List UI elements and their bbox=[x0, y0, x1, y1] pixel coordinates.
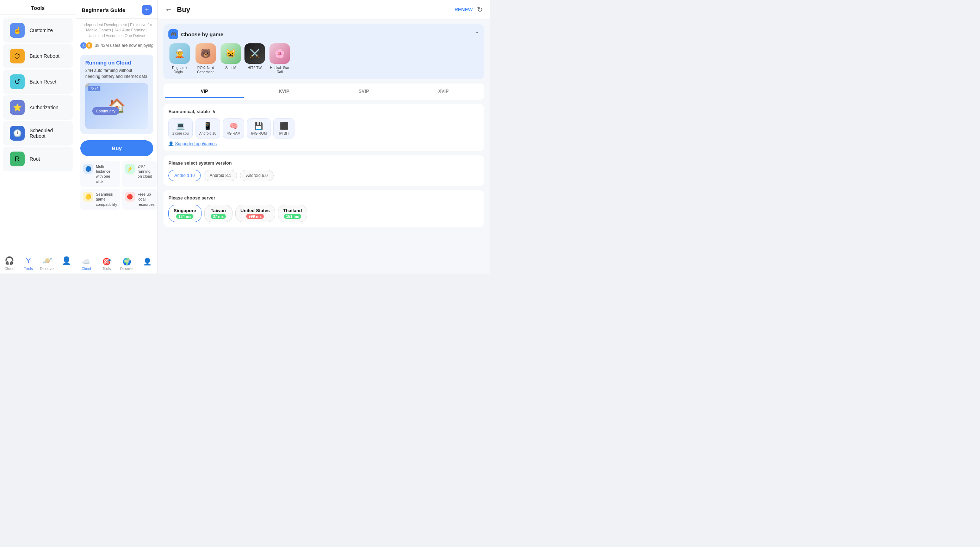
tools-panel: Tools ☝️ Customize ⏱ Batch Reboot ↺ Batc… bbox=[0, 0, 76, 273]
cloud-nav-label: Cloud bbox=[5, 266, 15, 271]
honkai-thumb: 🌸 bbox=[269, 43, 290, 64]
badge-7x24: 7X24 bbox=[88, 86, 100, 91]
buy-panel: ← Buy RENEW ↻ 🎮 Choose by game ⌃ 🧝 Ragna… bbox=[158, 0, 490, 273]
feature-image: ✕ 7X24 🏠 Community bbox=[85, 83, 148, 129]
taiwan-server-name: Taiwan bbox=[211, 208, 226, 213]
version-chips: Android 10Android 8.1Android 6.0 bbox=[169, 170, 479, 181]
spec-chip-4: ⬛ 64 BIT bbox=[274, 118, 294, 139]
feature-desc: 24H auto farming without needing battery… bbox=[85, 68, 148, 80]
back-button[interactable]: ← bbox=[165, 5, 173, 14]
nav-item-cloud[interactable]: 🎧 Cloud bbox=[0, 255, 19, 272]
vip-tabs: VIPKVIPSVIPXVIP bbox=[164, 83, 484, 100]
middle-nav: ☁️ Cloud 🎯 Tools 🌍 Discover 👤 bbox=[76, 253, 158, 273]
middle-nav-icon-tools: 🎯 bbox=[102, 257, 111, 266]
system-version-title: Please select system version bbox=[169, 160, 479, 166]
server-title: Please choose server bbox=[169, 195, 479, 201]
server-chip-taiwan[interactable]: Taiwan 37 ms bbox=[204, 205, 232, 222]
tool-item-scheduled-reboot[interactable]: 🕐 Scheduled Reboot bbox=[3, 121, 73, 145]
nav-item-tools[interactable]: Y Tools bbox=[19, 255, 38, 272]
authorization-label: Authorization bbox=[30, 105, 59, 110]
taiwan-ping: 37 ms bbox=[211, 214, 226, 219]
features-grid: 🔵 Multi-Instance with one click ⚡ 24/7 r… bbox=[76, 159, 158, 214]
thailand-ping: 151 ms bbox=[284, 214, 301, 219]
middle-nav-label-cloud: Cloud bbox=[82, 267, 91, 271]
tools-list: ☝️ Customize ⏱ Batch Reboot ↺ Batch Rese… bbox=[0, 15, 76, 252]
us-ping: 999 ms bbox=[246, 214, 264, 219]
tool-item-root[interactable]: R Root bbox=[3, 147, 73, 171]
tool-item-customize[interactable]: ☝️ Customize bbox=[3, 18, 73, 43]
guide-header: Beginner's Guide + bbox=[76, 0, 158, 19]
ragnarok-thumb: 🧝 bbox=[169, 43, 190, 64]
us-server-name: United States bbox=[240, 208, 270, 213]
version-chip-android81[interactable]: Android 8.1 bbox=[204, 170, 237, 181]
version-chip-android10[interactable]: Android 10 bbox=[169, 170, 201, 181]
singapore-server-name: Singapore bbox=[173, 208, 196, 213]
renew-button[interactable]: RENEW bbox=[454, 7, 473, 12]
nav-item-profile[interactable]: 👤 bbox=[57, 255, 76, 272]
cloud-nav-icon: 🎧 bbox=[5, 256, 14, 265]
middle-nav-icon-cloud: ☁️ bbox=[82, 257, 91, 266]
middle-nav-item-discover[interactable]: 🌍 Discover bbox=[117, 256, 137, 272]
game-item-hit2tw[interactable]: ⚔️ HIT2 TW bbox=[245, 43, 265, 74]
right-header: ← Buy RENEW ↻ bbox=[158, 0, 490, 19]
rox-label: ROX: Next Generation bbox=[194, 66, 217, 74]
scheduled-reboot-label: Scheduled Reboot bbox=[30, 128, 66, 139]
customize-icon: ☝️ bbox=[10, 23, 25, 38]
server-chip-thailand[interactable]: Thailand 151 ms bbox=[278, 205, 307, 222]
honkai-label: Honkai: Star Rail bbox=[269, 66, 291, 74]
batch-reboot-icon: ⏱ bbox=[10, 49, 25, 64]
game-item-ragnarok[interactable]: 🧝 Ragnarok Origin... bbox=[169, 43, 191, 74]
buy-button[interactable]: Buy bbox=[80, 140, 153, 156]
tool-item-authorization[interactable]: ⭐ Authorization bbox=[3, 95, 73, 120]
root-icon: R bbox=[10, 152, 25, 166]
spec-label-4: 64 BIT bbox=[279, 131, 289, 136]
spec-label-3: 64G ROM bbox=[251, 131, 267, 136]
vip-tab-vip[interactable]: VIP bbox=[165, 85, 244, 98]
middle-nav-label-discover: Discover bbox=[120, 267, 134, 271]
guide-title: Beginner's Guide bbox=[82, 7, 126, 13]
tools-nav-label: Tools bbox=[24, 266, 33, 271]
hit2tw-thumb: ⚔️ bbox=[245, 43, 265, 64]
seal-m-label: Seal M bbox=[225, 66, 236, 70]
server-chip-us[interactable]: United States 999 ms bbox=[235, 205, 275, 222]
refresh-button[interactable]: ↻ bbox=[477, 5, 483, 14]
vip-tab-svip[interactable]: SVIP bbox=[325, 85, 403, 98]
middle-nav-item-profile[interactable]: 👤 bbox=[137, 256, 158, 272]
middle-nav-icon-discover: 🌍 bbox=[123, 257, 131, 266]
tools-nav-icon: Y bbox=[26, 256, 31, 265]
root-label: Root bbox=[30, 156, 40, 162]
game-item-seal-m[interactable]: 😸 Seal M bbox=[221, 43, 241, 74]
middle-nav-item-cloud[interactable]: ☁️ Cloud bbox=[76, 256, 97, 272]
middle-nav-item-tools[interactable]: 🎯 Tools bbox=[97, 256, 117, 272]
game-item-rox[interactable]: 🐻 ROX: Next Generation bbox=[194, 43, 217, 74]
tool-item-batch-reset[interactable]: ↺ Batch Reset bbox=[3, 69, 73, 94]
spec-label-0: 1 core cpu bbox=[172, 131, 189, 136]
tool-item-batch-reboot[interactable]: ⏱ Batch Reboot bbox=[3, 44, 73, 69]
batch-reset-label: Batch Reset bbox=[30, 79, 56, 85]
section-title: Choose by game bbox=[181, 31, 223, 37]
game-item-honkai[interactable]: 🌸 Honkai: Star Rail bbox=[269, 43, 291, 74]
feature-cell-text-1: 24/7 running on cloud bbox=[138, 164, 154, 179]
vip-tab-xvip[interactable]: XVIP bbox=[404, 85, 483, 98]
collapse-button[interactable]: ⌃ bbox=[474, 30, 479, 38]
add-button[interactable]: + bbox=[142, 5, 152, 15]
vip-tab-kvip[interactable]: KVIP bbox=[245, 85, 323, 98]
specs-row: 💻 1 core cpu 📱 Android 10 🧠 4G RAM 💾 64G… bbox=[169, 118, 479, 139]
feature-card: Running on Cloud 24H auto farming withou… bbox=[80, 55, 153, 134]
version-chip-android60[interactable]: Android 6.0 bbox=[240, 170, 274, 181]
spec-chip-2: 🧠 4G RAM bbox=[223, 118, 244, 139]
guide-panel: Beginner's Guide + Independent Developme… bbox=[76, 0, 158, 273]
supported-link[interactable]: 👤 Supported app/games bbox=[169, 141, 479, 146]
spec-label-2: 4G RAM bbox=[227, 131, 240, 136]
server-chip-singapore[interactable]: Singapore 134 ms bbox=[169, 205, 202, 222]
user-count-text: 38.43M users are now enjoying bbox=[95, 43, 154, 48]
nav-item-discover[interactable]: 🪐 Discover bbox=[38, 255, 57, 272]
discover-nav-label: Discover bbox=[40, 266, 55, 271]
profile-nav-icon: 👤 bbox=[62, 256, 71, 265]
avatar-2: B bbox=[86, 42, 93, 49]
economical-section: Economical, stable ∧ 💻 1 core cpu 📱 Andr… bbox=[164, 104, 484, 151]
community-bubble[interactable]: Community bbox=[92, 107, 119, 115]
feature-cell-icon-0: 🔵 bbox=[83, 164, 93, 174]
feature-title: Running on Cloud bbox=[85, 59, 148, 65]
gamepad-icon: 🎮 bbox=[169, 29, 178, 39]
